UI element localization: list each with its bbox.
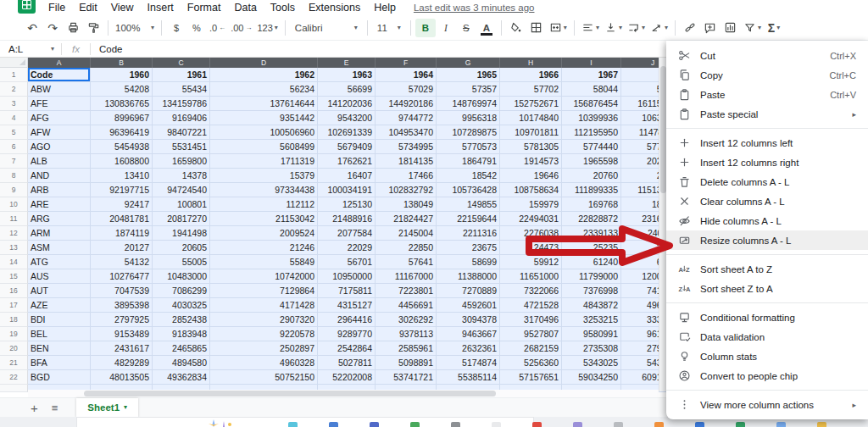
taskbar-app-icon[interactable] [532, 422, 542, 427]
cell-F17[interactable]: 4456691 [376, 298, 437, 313]
text-wrap-button[interactable]: ▾ [625, 19, 648, 37]
menu-item-hide-columns-a-l[interactable]: Hide columns A - L [666, 211, 868, 230]
row-header-7[interactable]: 7 [0, 154, 28, 169]
cell-G16[interactable]: 7270889 [437, 284, 500, 298]
cell-A21[interactable]: BFA [28, 356, 91, 370]
cell-F12[interactable]: 2145004 [376, 226, 437, 241]
menu-item-column-stats[interactable]: Column stats [666, 347, 868, 366]
cell-I4[interactable]: 10399936 [562, 111, 621, 125]
font-size-select[interactable]: 11▾ [372, 19, 406, 37]
cell-A8[interactable]: AND [28, 169, 91, 183]
cell-E18[interactable]: 2964416 [318, 313, 376, 327]
number-format-select[interactable]: 123▾ [254, 19, 280, 37]
cell-G8[interactable]: 18542 [437, 169, 500, 183]
menu-extensions[interactable]: Extensions [303, 1, 366, 14]
cell-E17[interactable]: 4315127 [318, 298, 376, 313]
cell-A13[interactable]: ASM [28, 241, 91, 255]
cell-E9[interactable]: 100034191 [318, 183, 376, 197]
cell-C5[interactable]: 98407221 [153, 125, 210, 140]
cell-A5[interactable]: AFW [28, 125, 91, 140]
cell-F8[interactable]: 17466 [376, 169, 437, 183]
cell-B11[interactable]: 20481781 [91, 212, 153, 226]
cell-A19[interactable]: BEL [28, 327, 91, 341]
cell-F16[interactable]: 7223801 [376, 284, 437, 298]
column-header-C[interactable]: C [153, 58, 210, 68]
cell-A6[interactable]: AGO [28, 140, 91, 154]
cell-B8[interactable]: 13410 [91, 169, 153, 183]
cell-C6[interactable]: 5531451 [153, 140, 210, 154]
cell-E6[interactable]: 5679409 [318, 140, 376, 154]
cell-D9[interactable]: 97334438 [210, 183, 318, 197]
cell-C18[interactable]: 2852438 [153, 313, 210, 327]
row-header-4[interactable]: 4 [0, 111, 28, 125]
cell-I12[interactable]: 2339133 [562, 226, 621, 241]
cell-C13[interactable]: 20605 [153, 241, 210, 255]
taskbar-app-icon[interactable] [695, 422, 704, 427]
italic-button[interactable]: I [436, 19, 456, 37]
menu-edit[interactable]: Edit [73, 1, 103, 14]
cell-G1[interactable]: 1965 [437, 68, 500, 82]
cell-F19[interactable]: 9378113 [376, 327, 437, 341]
cell-B18[interactable]: 2797925 [91, 313, 153, 327]
cell-C21[interactable]: 4894580 [153, 356, 210, 370]
cell-B21[interactable]: 4829289 [91, 356, 153, 370]
cell-D12[interactable]: 2009524 [210, 226, 318, 241]
cell-F1[interactable]: 1964 [376, 68, 437, 82]
taskbar-app-icon[interactable] [492, 422, 501, 427]
cell-G19[interactable]: 9463667 [437, 327, 500, 341]
cell-I20[interactable]: 2735308 [562, 341, 621, 356]
cell-B9[interactable]: 92197715 [91, 183, 153, 197]
cell-H13[interactable]: 24473 [500, 241, 562, 255]
cell-F13[interactable]: 22850 [376, 241, 437, 255]
cell-E20[interactable]: 2542864 [318, 341, 376, 356]
font-select[interactable]: Calibri▾ [290, 19, 363, 37]
cell-D11[interactable]: 21153042 [210, 212, 318, 226]
cell-H18[interactable]: 3170496 [500, 313, 562, 327]
cell-I21[interactable]: 5343025 [562, 356, 621, 370]
cell-G4[interactable]: 9956318 [437, 111, 500, 125]
cell-H22[interactable]: 57157651 [500, 370, 562, 385]
cell-H16[interactable]: 7322066 [500, 284, 562, 298]
row-header-9[interactable]: 9 [0, 183, 28, 197]
cell-H20[interactable]: 2682159 [500, 341, 562, 356]
row-header-20[interactable]: 20 [0, 341, 28, 356]
cell-F3[interactable]: 144920186 [376, 97, 437, 111]
cell-D2[interactable]: 56234 [210, 82, 318, 97]
menu-item-clear-columns-a-l[interactable]: Clear columns A - L [666, 191, 868, 211]
menu-insert[interactable]: Insert [142, 1, 180, 14]
cell-I10[interactable]: 169768 [562, 197, 621, 212]
cell-C8[interactable]: 14378 [153, 169, 210, 183]
row-header-3[interactable]: 3 [0, 97, 28, 111]
cell-D7[interactable]: 1711319 [210, 154, 318, 169]
taskbar-app-icon[interactable] [654, 422, 664, 427]
cell-D10[interactable]: 112112 [210, 197, 318, 212]
row-header-15[interactable]: 15 [0, 269, 28, 284]
cell-H10[interactable]: 159979 [500, 197, 562, 212]
cell-A3[interactable]: AFE [28, 97, 91, 111]
cell-G15[interactable]: 11388000 [437, 269, 500, 284]
strikethrough-button[interactable]: S [456, 19, 476, 37]
cell-G13[interactable]: 23675 [437, 241, 500, 255]
vertical-align-button[interactable]: ▾ [602, 19, 625, 37]
cell-B7[interactable]: 1608800 [91, 154, 153, 169]
name-box[interactable]: A:L▾ [0, 44, 61, 54]
cell-D18[interactable]: 2907320 [210, 313, 318, 327]
cell-G3[interactable]: 148769974 [437, 97, 500, 111]
cell-I1[interactable]: 1967 [562, 68, 621, 82]
cell-E14[interactable]: 56701 [318, 255, 376, 269]
all-sheets-button[interactable]: ≡ [52, 402, 58, 414]
taskbar-app-icon[interactable] [736, 422, 745, 427]
cell-G20[interactable]: 2632361 [437, 341, 500, 356]
cell-B4[interactable]: 8996967 [91, 111, 153, 125]
cell-A7[interactable]: ALB [28, 154, 91, 169]
select-all-corner[interactable] [0, 58, 28, 68]
cell-G10[interactable]: 149855 [437, 197, 500, 212]
cell-E5[interactable]: 102691339 [318, 125, 376, 140]
menu-view[interactable]: View [105, 1, 140, 14]
cell-C11[interactable]: 20817270 [153, 212, 210, 226]
horizontal-scrollbar-thumb[interactable] [84, 391, 496, 396]
cell-G17[interactable]: 4592601 [437, 298, 500, 313]
cell-D14[interactable]: 55849 [210, 255, 318, 269]
taskbar-app-icon[interactable] [776, 422, 786, 427]
cell-C3[interactable]: 134159786 [153, 97, 210, 111]
